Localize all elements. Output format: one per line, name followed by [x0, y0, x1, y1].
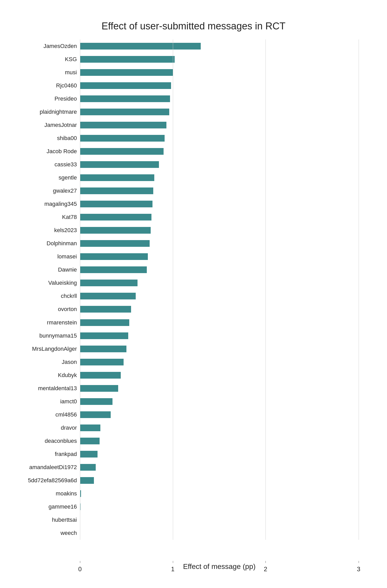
- bar-label: frankpad: [23, 451, 80, 458]
- bar-row: amandaleetDi1972: [80, 461, 359, 474]
- bar-track: [80, 118, 359, 132]
- bar-row: ovorton: [80, 303, 359, 316]
- bar-label: Jason: [23, 359, 80, 365]
- bar-track: [80, 79, 359, 92]
- bar-fill: [80, 227, 151, 234]
- bar-fill: [80, 122, 166, 128]
- bar-row: magaling345: [80, 198, 359, 211]
- bar-row: iamct0: [80, 395, 359, 408]
- bar-track: [80, 92, 359, 105]
- bar-fill: [80, 43, 201, 50]
- bar-track: [80, 382, 359, 395]
- bar-fill: [80, 517, 80, 523]
- bar-row: shiba00: [80, 132, 359, 145]
- bar-label: bunnymama15: [23, 332, 80, 339]
- chart-container: Effect of user-submitted messages in RCT…: [13, 10, 374, 578]
- bar-fill: [80, 280, 138, 286]
- bar-fill: [80, 82, 171, 89]
- bar-label: huberttsai: [23, 517, 80, 523]
- bar-label: Valueisking: [23, 280, 80, 286]
- bar-track: [80, 145, 359, 158]
- bar-label: Kat78: [23, 214, 80, 221]
- bar-track: [80, 395, 359, 408]
- bar-fill: [80, 490, 81, 497]
- bar-row: Kdubyk: [80, 369, 359, 382]
- bar-track: [80, 263, 359, 276]
- bar-row: moakins: [80, 487, 359, 500]
- bar-label: KSG: [23, 56, 80, 63]
- bar-row: Dawnie: [80, 263, 359, 276]
- bar-label: sgentle: [23, 174, 80, 181]
- bar-row: Dolphinman: [80, 237, 359, 250]
- bar-fill: [80, 69, 173, 76]
- bar-fill: [80, 319, 129, 326]
- bar-label: gwalex27: [23, 187, 80, 194]
- bar-track: [80, 355, 359, 369]
- bar-fill: [80, 214, 151, 221]
- bar-fill: [80, 372, 121, 379]
- bar-fill: [80, 306, 131, 313]
- bar-fill: [80, 201, 152, 207]
- bar-fill: [80, 424, 100, 431]
- bar-label: Dawnie: [23, 266, 80, 273]
- bar-label: kels2023: [23, 227, 80, 234]
- bar-label: chckrll: [23, 293, 80, 299]
- bar-row: musi: [80, 66, 359, 79]
- bar-track: [80, 487, 359, 500]
- grid-line: [359, 39, 359, 540]
- bar-label: JamesJotnar: [23, 122, 80, 128]
- bar-track: [80, 184, 359, 198]
- bar-fill: [80, 477, 94, 484]
- x-axis-label: Effect of message (pp): [80, 562, 359, 571]
- bar-track: [80, 461, 359, 474]
- bar-label: Presideo: [23, 95, 80, 102]
- bar-track: [80, 369, 359, 382]
- bar-fill: [80, 109, 169, 115]
- bar-fill: [80, 148, 164, 155]
- bar-fill: [80, 438, 100, 444]
- bar-fill: [80, 293, 136, 299]
- bar-track: [80, 408, 359, 421]
- bar-label: MrsLangdonAlger: [23, 346, 80, 352]
- bar-row: rmarenstein: [80, 316, 359, 329]
- tick-mark: [359, 561, 359, 563]
- bar-fill: [80, 398, 112, 405]
- bar-track: [80, 237, 359, 250]
- bar-row: Jason: [80, 355, 359, 369]
- bar-track: [80, 132, 359, 145]
- bar-row: Rjc0460: [80, 79, 359, 92]
- bar-fill: [80, 187, 153, 194]
- bar-track: [80, 342, 359, 355]
- bar-label: shiba00: [23, 135, 80, 142]
- bar-track: [80, 276, 359, 290]
- bar-row: chckrll: [80, 290, 359, 303]
- bar-fill: [80, 240, 150, 247]
- bar-track: [80, 316, 359, 329]
- bars-wrapper: JamesOzdenKSGmusiRjc0460Presideoplaidnig…: [80, 39, 359, 540]
- bar-label: deaconblues: [23, 438, 80, 444]
- bar-track: [80, 158, 359, 171]
- bar-row: Presideo: [80, 92, 359, 105]
- bar-label: rmarenstein: [23, 319, 80, 326]
- bar-fill: [80, 253, 148, 260]
- bar-row: Jacob Rode: [80, 145, 359, 158]
- bar-fill: [80, 161, 159, 168]
- bar-fill: [80, 95, 170, 102]
- bar-label: Dolphinman: [23, 240, 80, 247]
- bar-track: [80, 66, 359, 79]
- bar-row: KSG: [80, 53, 359, 66]
- bar-track: [80, 513, 359, 527]
- bar-row: mentaldental13: [80, 382, 359, 395]
- bar-fill: [80, 266, 147, 273]
- bar-track: [80, 224, 359, 237]
- bar-fill: [80, 56, 175, 63]
- bar-track: [80, 39, 359, 53]
- bar-row: lomasei: [80, 250, 359, 263]
- bar-track: [80, 250, 359, 263]
- bar-row: bunnymama15: [80, 329, 359, 342]
- bar-row: sgentle: [80, 171, 359, 184]
- bar-fill: [80, 359, 124, 365]
- bar-track: [80, 421, 359, 434]
- bar-row: frankpad: [80, 447, 359, 461]
- bar-row: deaconblues: [80, 434, 359, 447]
